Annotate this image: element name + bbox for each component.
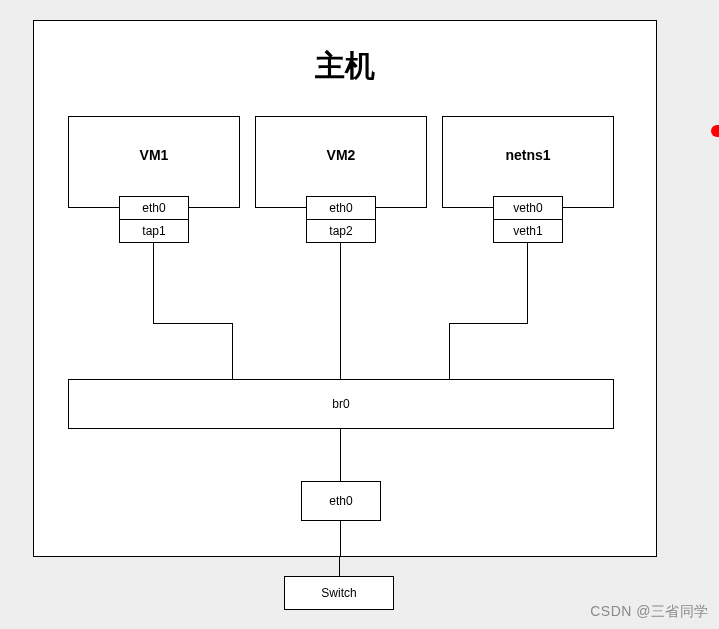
- wire-eth0-down: [340, 521, 341, 557]
- netns1-label: netns1: [443, 147, 613, 163]
- watermark-text: CSDN @三省同学: [590, 603, 709, 621]
- wire-vm1-v2: [232, 323, 233, 379]
- vm2-eth0-label: eth0: [329, 201, 352, 215]
- netns1-veth1-label: veth1: [513, 224, 542, 238]
- bridge-box: br0: [68, 379, 614, 429]
- vm2-tap2-box: tap2: [306, 219, 376, 243]
- netns1-box: netns1: [442, 116, 614, 208]
- netns1-veth0-label: veth0: [513, 201, 542, 215]
- wire-br0-eth0: [340, 429, 341, 481]
- netns1-veth0-box: veth0: [493, 196, 563, 220]
- vm2-box: VM2: [255, 116, 427, 208]
- switch-box: Switch: [284, 576, 394, 610]
- host-eth0-box: eth0: [301, 481, 381, 521]
- vm1-box: VM1: [68, 116, 240, 208]
- host-eth0-label: eth0: [329, 494, 352, 508]
- wire-vm1-h: [153, 323, 233, 324]
- vm2-label: VM2: [256, 147, 426, 163]
- switch-label: Switch: [321, 586, 356, 600]
- wire-host-switch: [339, 556, 340, 576]
- wire-vm2-v: [340, 243, 341, 379]
- vm1-eth0-box: eth0: [119, 196, 189, 220]
- red-indicator: [711, 125, 719, 137]
- host-title: 主机: [34, 46, 656, 87]
- vm1-label: VM1: [69, 147, 239, 163]
- host-container: 主机 VM1 eth0 tap1 VM2 eth0 tap2 netns1 ve…: [33, 20, 657, 557]
- vm1-eth0-label: eth0: [142, 201, 165, 215]
- wire-netns1-v2: [449, 323, 450, 379]
- vm1-tap1-label: tap1: [142, 224, 165, 238]
- wire-vm1-v: [153, 243, 154, 323]
- netns1-veth1-box: veth1: [493, 219, 563, 243]
- vm2-tap2-label: tap2: [329, 224, 352, 238]
- vm2-eth0-box: eth0: [306, 196, 376, 220]
- wire-netns1-h: [449, 323, 528, 324]
- bridge-label: br0: [332, 397, 349, 411]
- wire-netns1-v: [527, 243, 528, 323]
- vm1-tap1-box: tap1: [119, 219, 189, 243]
